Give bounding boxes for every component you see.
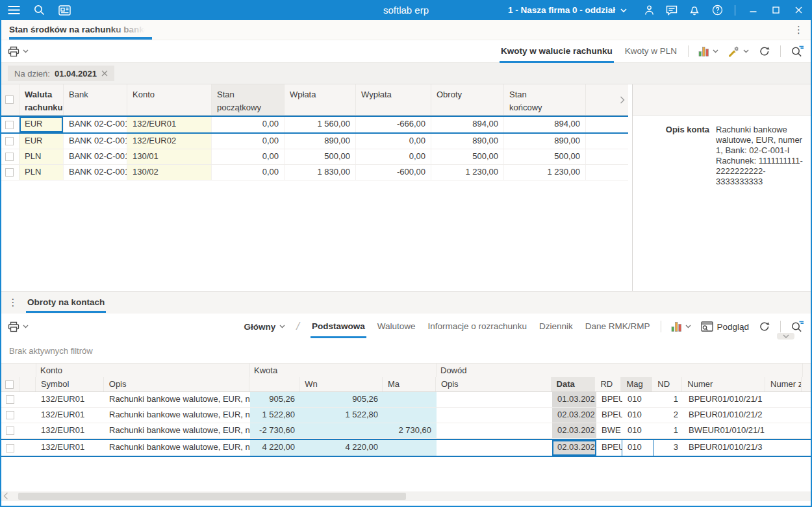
more-options-icon[interactable]: ⋮ xyxy=(0,297,26,308)
row-checkbox[interactable] xyxy=(6,444,14,452)
cell-opis: Rachunki bankowe walutowe, EUR, nur xyxy=(104,440,250,456)
column-header-wplata[interactable]: Wpłata xyxy=(285,84,356,115)
cell-stan-poczatkowy: 0,00 xyxy=(212,134,285,149)
row-checkbox[interactable] xyxy=(5,121,14,129)
scroll-right-icon[interactable] xyxy=(620,96,625,104)
column-header-rd[interactable]: RD xyxy=(595,377,621,391)
table-row[interactable]: EUR BANK 02-C-001 132/EUR01 0,00 1 560,0… xyxy=(0,116,628,134)
chevron-down-icon xyxy=(620,8,627,12)
table-row[interactable]: 132/EUR01 Rachunki bankowe walutowe, EUR… xyxy=(0,423,812,439)
column-header-nd[interactable]: ND xyxy=(652,377,682,391)
tab-obroty-na-kontach[interactable]: Obroty na kontach xyxy=(26,291,106,314)
table-row[interactable]: PLN BANK 02-C-001 130/02 0,00 1 830,00 -… xyxy=(0,165,628,180)
column-header-numer-zewnetrzny[interactable]: Numer ze xyxy=(765,377,802,391)
filter-chip-na-dzien[interactable]: Na dzień: 01.04.2021 xyxy=(8,66,114,81)
select-all-checkbox[interactable] xyxy=(5,380,14,389)
search-icon[interactable] xyxy=(32,3,46,18)
column-header-symbol[interactable]: Symbol xyxy=(36,377,104,391)
news-icon[interactable] xyxy=(57,3,71,18)
minimize-button[interactable] xyxy=(746,3,760,18)
maximize-button[interactable] xyxy=(768,3,783,18)
tab-stan-srodkow[interactable]: Stan środków na rachunku bankowym xyxy=(9,20,152,40)
refresh-icon[interactable] xyxy=(759,45,770,57)
column-header-stan-koncowy[interactable]: Stan końcowy xyxy=(504,84,586,115)
tab-informacje-o-rozrachunku[interactable]: Informacje o rozrachunku xyxy=(427,315,528,338)
row-checkbox[interactable] xyxy=(5,137,14,145)
column-header-ma[interactable]: Ma xyxy=(383,377,436,391)
row-filler-cell xyxy=(586,134,628,149)
column-header-bank[interactable]: Bank xyxy=(64,84,127,115)
row-checkbox[interactable] xyxy=(6,427,14,435)
tab-dziennik[interactable]: Dziennik xyxy=(538,315,574,338)
cell-mag: 010 xyxy=(622,440,653,456)
table-row[interactable]: EUR BANK 02-C-001 132/EUR02 0,00 890,00 … xyxy=(0,134,628,149)
cell-dowod-opis xyxy=(437,423,552,438)
tools-button[interactable] xyxy=(728,46,749,57)
bell-icon[interactable] xyxy=(687,3,702,18)
chart-button[interactable] xyxy=(671,321,691,332)
more-options-icon[interactable]: ⋮ xyxy=(794,23,804,36)
column-header-dowod-opis[interactable]: Opis xyxy=(436,377,552,391)
close-button[interactable] xyxy=(791,3,806,18)
tab-walutowe[interactable]: Walutowe xyxy=(376,315,417,338)
row-spacer-cell xyxy=(19,408,36,423)
table-row[interactable]: PLN BANK 02-C-001 130/01 0,00 500,00 0,0… xyxy=(0,149,628,165)
chat-icon[interactable] xyxy=(665,3,679,18)
print-button[interactable] xyxy=(8,321,29,332)
help-icon[interactable] xyxy=(710,3,724,18)
table-row[interactable]: 132/EUR01 Rachunki bankowe walutowe, EUR… xyxy=(0,408,812,423)
refresh-icon[interactable] xyxy=(759,321,770,332)
row-checkbox[interactable] xyxy=(5,168,14,177)
row-checkbox[interactable] xyxy=(6,411,14,419)
view-group-label: Główny xyxy=(244,322,276,332)
view-group-selector[interactable]: Główny xyxy=(244,322,286,332)
column-header-konto[interactable]: Konto xyxy=(127,84,212,115)
cell-wplata: 1 830,00 xyxy=(285,165,356,180)
tab-podstawowa[interactable]: Podstawowa xyxy=(311,315,366,338)
cell-opis: Rachunki bankowe walutowe, EUR, nur xyxy=(104,392,250,407)
cell-kwota: 1 522,80 xyxy=(250,408,300,423)
table-row[interactable]: 132/EUR01 Rachunki bankowe walutowe, EUR… xyxy=(0,392,812,408)
collapse-toolbar-button[interactable] xyxy=(777,333,794,340)
column-header-waluta[interactable]: Waluta rachunku xyxy=(19,84,64,115)
chart-button[interactable] xyxy=(698,46,718,56)
tab-label: Podstawowa xyxy=(312,321,365,331)
tab-dane-rmk-rmp[interactable]: Dane RMK/RMP xyxy=(584,315,652,338)
column-header-opis[interactable]: Opis xyxy=(104,377,250,391)
horizontal-scrollbar[interactable] xyxy=(1,491,811,501)
scrollbar-left-arrow-icon[interactable] xyxy=(3,492,8,500)
column-header-wn[interactable]: Wn xyxy=(299,377,383,391)
user-icon[interactable] xyxy=(642,3,656,18)
cell-stan-poczatkowy: 0,00 xyxy=(212,117,285,132)
details-value: Rachunki bankowe walutowe, EUR, numer 1,… xyxy=(716,125,807,187)
table-row[interactable]: 132/EUR01 Rachunki bankowe walutowe, EUR… xyxy=(0,439,812,457)
search-filter-icon[interactable] xyxy=(791,45,804,57)
column-header-mag[interactable]: Mag xyxy=(621,377,652,391)
column-header-kwota-value[interactable] xyxy=(249,377,299,391)
column-header-data[interactable]: Data xyxy=(552,377,596,391)
entries-table: Konto Kwota Dowód Symbol Opis Wn Ma Opis… xyxy=(0,363,812,457)
column-header-stan-poczatkowy[interactable]: Stan początkowy xyxy=(212,84,285,115)
tab-fade xyxy=(107,20,152,37)
company-selector[interactable]: 1 - Nasza firma 0 - oddział xyxy=(508,5,627,15)
column-header-numer[interactable]: Numer xyxy=(682,377,765,391)
cell-stan-poczatkowy: 0,00 xyxy=(212,165,285,180)
titlebar-divider xyxy=(735,5,735,16)
row-checkbox[interactable] xyxy=(6,395,14,404)
filter-bar: Na dzień: 01.04.2021 xyxy=(0,63,812,84)
print-button[interactable] xyxy=(8,46,29,57)
column-header-obroty[interactable]: Obroty xyxy=(431,84,504,115)
select-all-checkbox[interactable] xyxy=(5,95,14,104)
tab-kwoty-w-pln[interactable]: Kwoty w PLN xyxy=(624,40,678,63)
hamburger-menu-icon[interactable] xyxy=(6,3,21,18)
scrollbar-thumb[interactable] xyxy=(18,493,406,500)
row-checkbox[interactable] xyxy=(5,153,14,161)
preview-button[interactable]: Podgląd xyxy=(701,321,749,332)
column-header-wyplata[interactable]: Wypłata xyxy=(356,84,431,115)
search-filter-icon[interactable] xyxy=(791,321,804,332)
details-label: Opis konta xyxy=(633,125,716,187)
cell-kwota: 905,26 xyxy=(250,392,300,407)
tab-kwoty-w-walucie[interactable]: Kwoty w walucie rachunku xyxy=(500,40,614,63)
chip-close-icon[interactable] xyxy=(101,70,108,77)
cell-mag: 010 xyxy=(622,392,653,407)
